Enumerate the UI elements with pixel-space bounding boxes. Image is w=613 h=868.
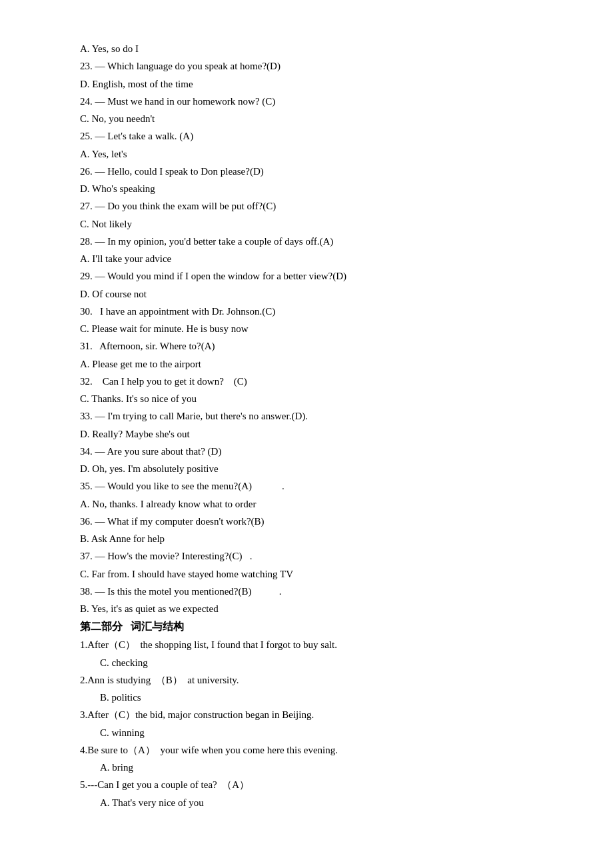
content-line: C. No, you needn't: [80, 110, 533, 127]
content-line: D. Of course not: [80, 285, 533, 303]
content-line: 37. — How's the movie? Interesting?(C) .: [80, 547, 533, 565]
content-line: 1.After（C） the shopping list, I found th…: [80, 636, 533, 653]
content-line: A. That's very nice of you: [80, 794, 533, 811]
content-line: 36. — What if my computer doesn't work?(…: [80, 513, 533, 530]
content-line: 4.Be sure to（A） your wife when you come …: [80, 741, 533, 759]
content-line: 30. I have an appointment with Dr. Johns…: [80, 303, 533, 320]
content-line: B. politics: [80, 689, 533, 706]
content-line: B. Ask Anne for help: [80, 530, 533, 547]
content-line: 2.Ann is studying （B） at university.: [80, 671, 533, 689]
content-line: 26. — Hello, could I speak to Don please…: [80, 163, 533, 180]
content-line: C. winning: [80, 724, 533, 741]
content-line: A. Please get me to the airport: [80, 355, 533, 373]
content-line: B. Yes, it's as quiet as we expected: [80, 600, 533, 617]
content-line: 29. — Would you mind if I open the windo…: [80, 267, 533, 285]
content-line: C. Please wait for minute. He is busy no…: [80, 320, 533, 337]
content-line: A. Yes, let's: [80, 145, 533, 163]
content-line: 25. — Let's take a walk. (A): [80, 127, 533, 145]
content-line: A. I'll take your advice: [80, 250, 533, 267]
content-line: 31. Afternoon, sir. Where to?(A): [80, 337, 533, 355]
content-line: A. No, thanks. I already know what to or…: [80, 495, 533, 513]
content-line: 27. — Do you think the exam will be put …: [80, 197, 533, 215]
content-line: 38. — Is this the motel you mentioned?(B…: [80, 583, 533, 600]
content-line: D. Oh, yes. I'm absolutely positive: [80, 460, 533, 477]
content-line: 28. — In my opinion, you'd better take a…: [80, 233, 533, 250]
content-line: A. bring: [80, 759, 533, 776]
content-line: C. Thanks. It's so nice of you: [80, 390, 533, 407]
content-line: C. Far from. I should have stayed home w…: [80, 565, 533, 583]
content-line: 23. — Which language do you speak at hom…: [80, 57, 533, 75]
content-line: 第二部分 词汇与结构: [80, 617, 533, 636]
content-line: 3.After（C）the bid, major construction be…: [80, 706, 533, 723]
content-line: D. English, most of the time: [80, 75, 533, 93]
content-line: A. Yes, so do I: [80, 40, 533, 57]
content-line: C. Not likely: [80, 215, 533, 233]
content-line: C. checking: [80, 654, 533, 671]
main-content: A. Yes, so do I23. — Which language do y…: [80, 40, 533, 811]
content-line: 35. — Would you like to see the menu?(A)…: [80, 477, 533, 495]
content-line: 34. — Are you sure about that? (D): [80, 443, 533, 460]
content-line: 24. — Must we hand in our homework now? …: [80, 93, 533, 110]
content-line: 33. — I'm trying to call Marie, but ther…: [80, 407, 533, 425]
content-line: 5.---Can I get you a couple of tea? （A）: [80, 776, 533, 793]
content-line: D. Who's speaking: [80, 180, 533, 197]
content-line: 32. Can I help you to get it down? (C): [80, 373, 533, 390]
content-line: D. Really? Maybe she's out: [80, 425, 533, 443]
